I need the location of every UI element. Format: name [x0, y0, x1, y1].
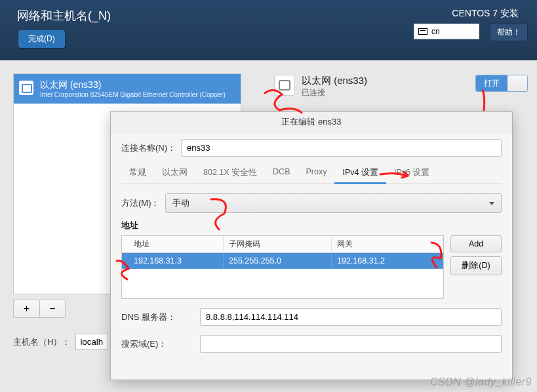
tab-dcb[interactable]: DCB — [265, 163, 298, 184]
add-device-button[interactable]: + — [13, 300, 39, 318]
method-label: 方法(M)： — [121, 197, 160, 209]
add-address-button[interactable]: Add — [450, 235, 502, 252]
cell-address[interactable]: 192.168.31.3 — [122, 253, 224, 269]
network-device-item[interactable]: 以太网 (ens33) Intel Corporation 82545EM Gi… — [14, 74, 241, 104]
edit-connection-dialog: 正在编辑 ens33 连接名称(N)： 常规 以太网 802.1X 安全性 DC… — [110, 111, 513, 380]
locale-text: cn — [431, 27, 440, 36]
hostname-label: 主机名（H）： — [13, 336, 70, 348]
settings-tabs: 常规 以太网 802.1X 安全性 DCB Proxy IPv4 设置 IPv6… — [121, 163, 502, 184]
toggle-on-label: 打开 — [476, 75, 507, 91]
dns-input[interactable] — [200, 308, 502, 326]
help-button[interactable]: 帮助！ — [490, 24, 528, 41]
col-address: 地址 — [122, 236, 224, 253]
tab-ipv6[interactable]: IPv6 设置 — [386, 163, 438, 184]
search-domain-input[interactable] — [200, 335, 502, 353]
ethernet-connected: 已连接 — [302, 87, 367, 98]
connection-name-label: 连接名称(N)： — [121, 142, 176, 154]
ethernet-status-icon — [274, 75, 295, 96]
method-value: 手动 — [172, 197, 189, 209]
ethernet-icon — [19, 81, 33, 95]
col-netmask: 子网掩码 — [224, 236, 332, 253]
tab-8021x[interactable]: 802.1X 安全性 — [195, 163, 265, 184]
address-table-empty — [122, 269, 443, 299]
tab-proxy[interactable]: Proxy — [298, 163, 335, 184]
connection-name-input[interactable] — [181, 139, 502, 157]
ethernet-title: 以太网 (ens33) — [302, 75, 367, 87]
address-row[interactable]: 192.168.31.3 255.255.255.0 192.168.31.2 — [122, 253, 443, 269]
chevron-down-icon — [489, 202, 494, 205]
cell-netmask[interactable]: 255.255.255.0 — [224, 253, 332, 269]
dns-label: DNS 服务器： — [121, 311, 193, 323]
hostname-input[interactable] — [75, 334, 108, 350]
cell-gateway[interactable]: 192.168.31.2 — [332, 253, 443, 269]
keyboard-icon — [418, 28, 428, 35]
address-table-header: 地址 子网掩码 网关 — [122, 236, 443, 253]
tab-ethernet[interactable]: 以太网 — [154, 163, 195, 184]
installer-title: CENTOS 7 安装 — [452, 8, 519, 20]
tab-general[interactable]: 常规 — [121, 163, 154, 184]
delete-address-button[interactable]: 删除(D) — [450, 256, 502, 275]
tab-ipv4[interactable]: IPv4 设置 — [334, 163, 386, 184]
address-table[interactable]: 地址 子网掩码 网关 192.168.31.3 255.255.255.0 19… — [121, 235, 444, 299]
toggle-knob — [507, 75, 527, 91]
dialog-title: 正在编辑 ens33 — [111, 112, 512, 132]
search-domain-label: 搜索域(E)： — [121, 338, 193, 350]
done-button[interactable]: 完成(D) — [18, 30, 65, 48]
connection-toggle[interactable]: 打开 — [475, 75, 528, 92]
address-section-header: 地址 — [121, 220, 502, 231]
remove-device-button[interactable]: − — [39, 300, 66, 318]
device-description: Intel Corporation 82545EM Gigabit Ethern… — [40, 91, 234, 98]
device-name: 以太网 (ens33) — [40, 79, 234, 91]
method-combobox[interactable]: 手动 — [165, 193, 502, 213]
col-gateway: 网关 — [332, 236, 443, 253]
keyboard-layout-indicator[interactable]: cn — [414, 24, 479, 39]
